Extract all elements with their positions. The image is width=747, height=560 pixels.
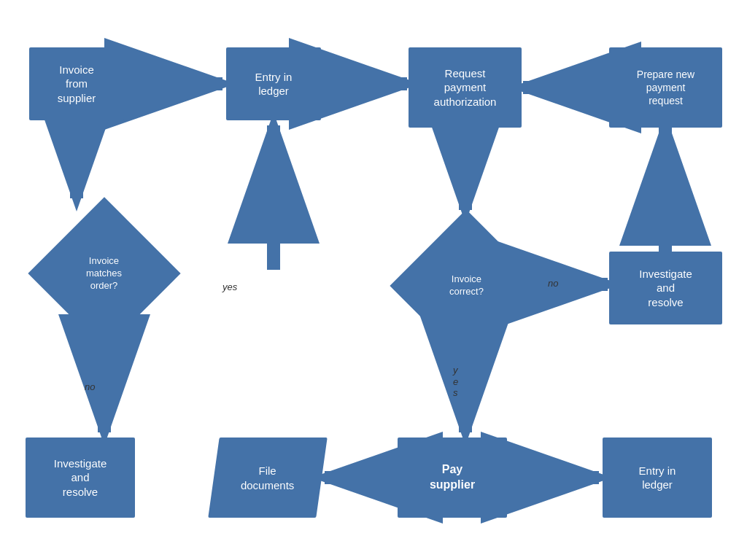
- investigate-resolve-left-label: Investigate and resolve: [54, 456, 107, 499]
- prepare-new-label: Prepare new payment request: [637, 68, 694, 108]
- invoice-matches-diamond: Invoice matches order?: [28, 197, 181, 350]
- file-documents-box: File documents: [208, 438, 327, 518]
- pay-supplier-label: Pay supplier: [430, 462, 475, 493]
- investigate-resolve-right-label: Investigate and resolve: [639, 267, 692, 310]
- invoice-matches-label: Invoice matches order?: [83, 252, 125, 295]
- pay-supplier-box: Pay supplier: [398, 438, 507, 518]
- file-documents-label: File documents: [241, 464, 294, 492]
- flowchart: Invoice from supplier Entry in ledger Re…: [0, 0, 747, 560]
- investigate-resolve-right-box: Investigate and resolve: [609, 252, 722, 324]
- no-label-right: no: [548, 278, 558, 289]
- entry-ledger-bottom-box: Entry in ledger: [603, 438, 712, 518]
- request-payment-box: Request payment authorization: [409, 47, 522, 128]
- invoice-correct-diamond: Invoice correct?: [390, 210, 542, 362]
- invoice-supplier-label: Invoice from supplier: [58, 63, 96, 106]
- yes-label-down: yes: [453, 365, 458, 399]
- no-label-down: no: [85, 381, 95, 392]
- entry-ledger-top-box: Entry in ledger: [226, 47, 321, 120]
- prepare-new-box: Prepare new payment request: [609, 47, 722, 128]
- invoice-from-supplier-box: Invoice from supplier: [29, 47, 124, 120]
- request-payment-label: Request payment authorization: [434, 66, 497, 109]
- investigate-resolve-left-box: Investigate and resolve: [26, 438, 135, 518]
- invoice-correct-label: Invoice correct?: [446, 271, 487, 301]
- yes-label-up: yes: [222, 281, 237, 292]
- entry-ledger-bottom-label: Entry in ledger: [639, 464, 676, 492]
- entry-ledger-top-label: Entry in ledger: [255, 70, 293, 98]
